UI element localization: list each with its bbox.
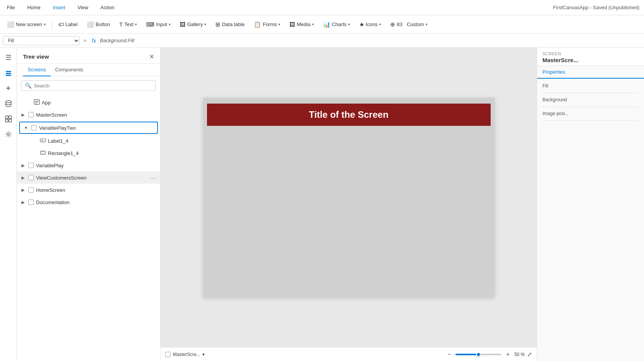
settings-icon[interactable] bbox=[2, 127, 15, 141]
canvas-viewport[interactable]: Title of the Screen bbox=[161, 48, 537, 347]
tab-screens[interactable]: Screens bbox=[23, 64, 51, 76]
screen-indicator-checkbox bbox=[165, 352, 171, 357]
tree-item-variableplaytwo[interactable]: ▼ bbox=[19, 122, 158, 134]
custom-icon: ⊕ bbox=[390, 21, 395, 28]
panel-properties: Fill Background Image posi... bbox=[537, 79, 644, 125]
new-screen-icon: ⬜ bbox=[7, 21, 14, 28]
new-screen-button[interactable]: ⬜ New screen ▾ bbox=[3, 19, 49, 30]
svg-rect-4 bbox=[5, 116, 8, 119]
tree-item-label1-4-label: Label1_4 bbox=[48, 138, 69, 144]
icons-icon: ★ bbox=[359, 21, 364, 28]
svg-text:A: A bbox=[41, 139, 43, 142]
zoom-in-button[interactable]: + bbox=[504, 350, 512, 359]
tree-item-viewcustomersscreen[interactable]: ▶ ViewCustomersScreen ··· bbox=[17, 171, 160, 184]
tree-header: Tree view ✕ bbox=[17, 48, 160, 64]
svg-rect-5 bbox=[9, 116, 12, 119]
panel-screen-name: MasterScre... bbox=[542, 57, 639, 63]
homescreen-checkbox[interactable] bbox=[28, 187, 34, 193]
charts-button[interactable]: 📊 Charts ▾ bbox=[319, 19, 354, 30]
gallery-button[interactable]: 🖼 Gallery ▾ bbox=[176, 19, 210, 30]
chevron-right-icon: ▶ bbox=[20, 112, 26, 118]
rectangle-tree-icon bbox=[40, 150, 46, 157]
menu-file[interactable]: File bbox=[5, 3, 17, 12]
search-input[interactable] bbox=[34, 83, 152, 89]
screen-title-text: Title of the Screen bbox=[309, 109, 389, 120]
label-icon: 🏷 bbox=[58, 21, 64, 28]
tree-item-rectangle1-4[interactable]: Rectangle1_4 bbox=[17, 147, 160, 159]
panel-section-label: SCREEN bbox=[542, 51, 639, 56]
formula-input[interactable] bbox=[100, 38, 641, 43]
right-panel-header: SCREEN MasterScre... bbox=[537, 48, 644, 66]
svg-point-3 bbox=[6, 101, 11, 103]
zoom-slider[interactable] bbox=[455, 354, 501, 355]
documentation-checkbox[interactable] bbox=[28, 199, 34, 205]
tab-components[interactable]: Components bbox=[51, 64, 88, 76]
menu-bar: File Home Insert View Action FirstCanvas… bbox=[0, 0, 644, 15]
tree-title: Tree view bbox=[23, 53, 49, 60]
menu-insert[interactable]: Insert bbox=[51, 3, 68, 12]
icons-button[interactable]: ★ Icons ▾ bbox=[355, 19, 385, 30]
zoom-out-button[interactable]: − bbox=[445, 350, 453, 359]
zoom-controls: − + 50 % ⤢ bbox=[445, 350, 532, 359]
app-icon bbox=[34, 99, 40, 106]
canvas-area: Title of the Screen MasterScre... ▾ − + … bbox=[161, 48, 537, 361]
variableplay-checkbox[interactable] bbox=[28, 163, 34, 168]
chevron-down-icon: ▼ bbox=[23, 125, 29, 131]
tree-item-documentation-label: Documentation bbox=[36, 199, 69, 205]
tree-close-button[interactable]: ✕ bbox=[149, 53, 154, 60]
zoom-percentage: 50 % bbox=[514, 352, 525, 357]
screen-indicator-chevron[interactable]: ▾ bbox=[202, 352, 205, 357]
prop-background-value[interactable] bbox=[542, 104, 639, 107]
formula-bar: Fill = fx bbox=[0, 34, 644, 48]
tree-search-box: 🔍 bbox=[21, 80, 156, 91]
viewcustomersscreen-checkbox[interactable] bbox=[28, 175, 34, 180]
svg-point-8 bbox=[7, 133, 10, 135]
panel-tab-properties[interactable]: Properties bbox=[537, 66, 570, 79]
input-button[interactable]: ⌨ Input ▾ bbox=[142, 19, 174, 30]
more-options-button[interactable]: ··· bbox=[149, 175, 157, 181]
forms-button[interactable]: 📋 Forms ▾ bbox=[250, 19, 284, 30]
media-button[interactable]: 🖼 Media ▾ bbox=[286, 19, 317, 30]
variableplaytwo-name-input[interactable] bbox=[39, 125, 154, 131]
menu-action[interactable]: Action bbox=[98, 3, 117, 12]
chevron-right-icon: ▶ bbox=[20, 162, 26, 168]
tree-item-app[interactable]: App bbox=[17, 96, 160, 109]
svg-rect-2 bbox=[6, 75, 11, 76]
tree-item-label1-4[interactable]: A Label1_4 bbox=[17, 135, 160, 147]
label-button[interactable]: 🏷 Label bbox=[54, 19, 82, 30]
tree-item-rectangle1-4-label: Rectangle1_4 bbox=[48, 150, 79, 156]
text-button[interactable]: T Text ▾ bbox=[115, 19, 141, 30]
fullscreen-button[interactable]: ⤢ bbox=[527, 351, 532, 358]
masterscreen-checkbox[interactable] bbox=[28, 112, 34, 117]
charts-icon: 📊 bbox=[323, 21, 330, 28]
tree-items: App ▶ MasterScreen ▼ A Label1_4 bbox=[17, 95, 160, 361]
database-icon[interactable] bbox=[2, 97, 15, 110]
button-button[interactable]: ⬜ Button bbox=[83, 19, 114, 30]
zoom-slider-thumb[interactable] bbox=[476, 352, 481, 357]
data-table-button[interactable]: ⊞ Data table bbox=[212, 19, 248, 30]
svg-rect-14 bbox=[41, 151, 45, 154]
menu-home[interactable]: Home bbox=[25, 3, 43, 12]
variableplaytwo-checkbox[interactable] bbox=[31, 125, 37, 130]
prop-imagepos-value[interactable] bbox=[542, 117, 639, 121]
chevron-right-icon: ▶ bbox=[20, 199, 26, 205]
screen-indicator[interactable]: MasterScre... ▾ bbox=[165, 352, 205, 357]
property-dropdown[interactable]: Fill bbox=[3, 36, 80, 45]
layers-icon[interactable] bbox=[2, 66, 15, 80]
tree-item-homescreen[interactable]: ▶ HomeScreen bbox=[17, 184, 160, 196]
tree-panel: Tree view ✕ Screens Components 🔍 App ▶ bbox=[17, 48, 161, 361]
prop-fill-value[interactable] bbox=[542, 90, 639, 93]
tree-item-variableplay[interactable]: ▶ VariablePlay bbox=[17, 159, 160, 171]
components-icon[interactable] bbox=[2, 112, 15, 126]
hamburger-icon[interactable]: ☰ bbox=[2, 51, 15, 64]
data-table-icon: ⊞ bbox=[215, 21, 220, 28]
tree-item-documentation[interactable]: ▶ Documentation bbox=[17, 196, 160, 208]
add-icon[interactable]: + bbox=[2, 81, 15, 95]
canvas-screen[interactable]: Title of the Screen bbox=[203, 98, 495, 297]
menu-view[interactable]: View bbox=[75, 3, 90, 12]
svg-rect-6 bbox=[5, 119, 8, 122]
custom-button[interactable]: ⊕ 83 Custom ▾ bbox=[386, 19, 431, 30]
tree-item-masterscreen[interactable]: ▶ MasterScreen bbox=[17, 109, 160, 121]
svg-rect-0 bbox=[6, 71, 11, 72]
media-icon: 🖼 bbox=[289, 21, 295, 28]
